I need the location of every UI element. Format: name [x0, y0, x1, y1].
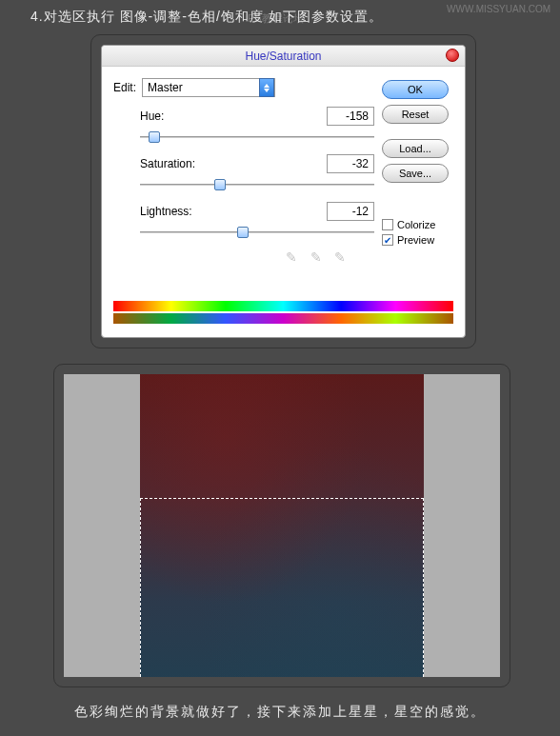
- preview-row: ✔ Preview: [382, 234, 453, 246]
- dialog-title: Hue/Saturation: [245, 50, 321, 63]
- spectrum-bars: [113, 301, 453, 326]
- bottom-caption: 色彩绚烂的背景就做好了，接下来添加上星星，星空的感觉。: [0, 704, 560, 721]
- hue-slider[interactable]: [140, 129, 374, 145]
- saturation-thumb[interactable]: [214, 179, 226, 190]
- preview-checkbox[interactable]: ✔: [382, 234, 393, 246]
- saturation-label: Saturation:: [140, 157, 195, 170]
- preview-label: Preview: [397, 234, 434, 246]
- edit-select-value: Master: [148, 81, 183, 94]
- close-button[interactable]: [446, 49, 459, 62]
- hue-label: Hue:: [140, 109, 164, 123]
- shifted-spectrum: [113, 313, 453, 324]
- hue-thumb[interactable]: [149, 131, 160, 143]
- saturation-group: Saturation: -32: [140, 154, 374, 192]
- edit-row: Edit: Master: [113, 78, 374, 97]
- hue-saturation-dialog: Hue/Saturation Edit: Master: [101, 45, 466, 338]
- selection-marquee: [140, 498, 424, 677]
- lightness-thumb[interactable]: [237, 227, 249, 238]
- eyedropper-minus-icon[interactable]: ✎: [329, 249, 346, 267]
- saturation-slider[interactable]: [140, 177, 374, 192]
- dialog-content: Edit: Master Hue: -158: [102, 67, 465, 278]
- dialog-titlebar: Hue/Saturation: [102, 46, 465, 67]
- edit-select[interactable]: Master: [142, 78, 275, 97]
- lightness-input[interactable]: -12: [327, 202, 374, 221]
- colorize-row: Colorize: [382, 219, 453, 230]
- chevron-down-icon: [264, 89, 270, 92]
- colorize-checkbox[interactable]: [382, 219, 393, 230]
- preview-container: [53, 364, 510, 687]
- left-column: Edit: Master Hue: -158: [113, 78, 382, 267]
- colorize-label: Colorize: [397, 219, 435, 230]
- document-canvas[interactable]: [64, 374, 500, 677]
- hue-spectrum: [113, 301, 453, 311]
- save-button[interactable]: Save...: [382, 164, 449, 183]
- slider-track-line: [140, 231, 374, 233]
- hue-group: Hue: -158: [140, 107, 374, 145]
- reset-button[interactable]: Reset: [382, 105, 449, 124]
- slider-track-line: [140, 136, 374, 138]
- step-instruction: 4.对选区执行 图像-调整-色相/饱和度 如下图参数设置。: [30, 9, 383, 26]
- right-column: OK Reset Load... Save... Colorize ✔ Prev…: [382, 78, 453, 267]
- eyedropper-tools: ✎ ✎ ✎: [113, 249, 374, 267]
- lightness-group: Lightness: -12: [140, 202, 374, 240]
- dialog-container: Hue/Saturation Edit: Master: [90, 34, 476, 348]
- saturation-input[interactable]: -32: [327, 154, 374, 173]
- load-button[interactable]: Load...: [382, 139, 449, 158]
- hue-input[interactable]: -158: [327, 107, 374, 126]
- edit-label: Edit:: [113, 81, 142, 94]
- watermark-center: PS教程论坛: [248, 11, 304, 26]
- checkbox-group: Colorize ✔ Preview: [382, 219, 453, 246]
- eyedropper-icon[interactable]: ✎: [280, 249, 297, 267]
- eyedropper-plus-icon[interactable]: ✎: [305, 249, 322, 267]
- ok-button[interactable]: OK: [382, 80, 449, 99]
- lightness-slider[interactable]: [140, 225, 374, 240]
- slider-track-line: [140, 184, 374, 186]
- lightness-label: Lightness:: [140, 205, 192, 218]
- chevron-up-icon: [264, 84, 270, 88]
- select-dropdown-button[interactable]: [259, 78, 274, 97]
- watermark-top-right: WWW.MISSYUAN.COM: [447, 4, 550, 14]
